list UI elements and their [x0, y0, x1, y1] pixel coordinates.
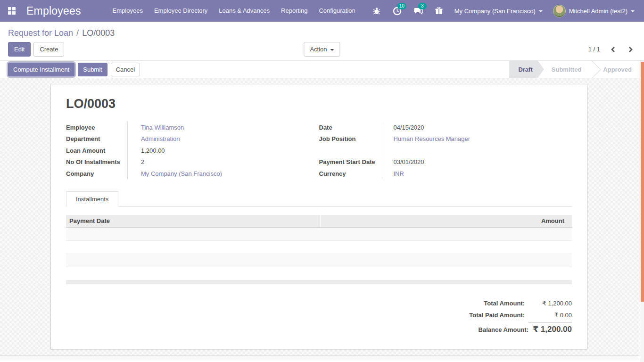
breadcrumb-separator: /	[75, 28, 80, 38]
main-menu: Employees Employee Directory Loans & Adv…	[108, 0, 360, 22]
field-loan-amount: Loan Amount 1,200.00	[66, 145, 319, 156]
installments-table: Payment Date Amount	[66, 215, 572, 284]
pager: 1 / 1	[588, 44, 636, 55]
menu-reporting[interactable]: Reporting	[277, 0, 312, 22]
menu-employee-directory[interactable]: Employee Directory	[150, 0, 212, 22]
status-steps: Draft Submitted Approved	[509, 61, 639, 78]
table-row[interactable]	[66, 254, 572, 267]
balance-row: Balance Amount: ₹ 1,200.00	[479, 321, 572, 336]
navbar-systray: 10 3 My Company (San Francisco)	[369, 0, 637, 22]
field-value: 2	[128, 158, 144, 165]
tab-installments[interactable]: Installments	[66, 191, 118, 207]
edit-button[interactable]: Edit	[8, 42, 31, 57]
field-label: Employee	[66, 122, 128, 133]
total-paid-value: ₹ 0.00	[525, 309, 572, 321]
chevron-down-icon	[330, 49, 334, 51]
bug-icon	[372, 7, 381, 15]
form-view-content: LO/0003 Employee Tina Williamson Departm…	[0, 78, 644, 355]
table-header: Payment Date Amount	[66, 215, 572, 228]
field-label: Company	[66, 168, 128, 180]
field-label: Date	[319, 122, 384, 133]
action-label: Action	[310, 46, 327, 53]
status-step-approved[interactable]: Approved	[595, 61, 639, 78]
total-amount-row: Total Amount: ₹ 1,200.00	[484, 297, 572, 309]
user-name: Mitchell Admin (test2)	[569, 8, 627, 15]
activity-count-badge: 10	[397, 3, 406, 9]
debug-bug-icon[interactable]	[369, 0, 385, 22]
pager-count: 1 / 1	[588, 46, 600, 53]
field-value-link[interactable]: Human Resources Manager	[384, 135, 471, 142]
total-paid-row: Total Paid Amount: ₹ 0.00	[469, 309, 572, 321]
page: Employees Employees Employee Directory L…	[0, 0, 644, 361]
form-statusbar: Compute Installment Submit Cancel Draft …	[0, 60, 644, 78]
control-panel-buttons: Edit Create Action 1 / 1	[0, 41, 644, 60]
field-value: 03/01/2020	[384, 158, 424, 165]
totals-block: Total Amount: ₹ 1,200.00 Total Paid Amou…	[66, 297, 572, 336]
table-row[interactable]	[66, 267, 572, 280]
cancel-button[interactable]: Cancel	[111, 63, 140, 76]
field-label: Job Position	[319, 133, 384, 145]
apps-menu-icon[interactable]	[5, 4, 19, 18]
status-step-draft[interactable]: Draft	[509, 61, 544, 78]
field-label: No Of Installments	[66, 156, 128, 168]
top-navbar: Employees Employees Employee Directory L…	[0, 0, 644, 22]
table-footer	[66, 280, 572, 284]
user-menu[interactable]: Mitchell Admin (test2)	[550, 0, 637, 22]
control-panel: Request for Loan / LO/0003 Edit Create A…	[0, 22, 644, 60]
column-payment-date[interactable]: Payment Date	[66, 215, 320, 227]
total-amount-value: ₹ 1,200.00	[525, 297, 572, 309]
table-row[interactable]	[66, 241, 572, 254]
field-label: Department	[66, 133, 128, 145]
total-amount-label: Total Amount:	[484, 297, 525, 309]
field-value-link[interactable]: Administration	[128, 135, 180, 142]
chevron-down-icon	[631, 10, 635, 12]
notebook-tabs: Installments	[66, 191, 572, 207]
breadcrumb-parent-link[interactable]: Request for Loan	[8, 28, 73, 38]
table-row[interactable]	[66, 228, 572, 241]
step-chevron-icon	[589, 61, 595, 78]
field-value-link[interactable]: My Company (San Francisco)	[128, 170, 222, 177]
field-date: Date 04/15/2020	[319, 122, 572, 133]
menu-employees[interactable]: Employees	[108, 0, 147, 22]
field-value: 04/15/2020	[384, 124, 424, 131]
field-group-left: Employee Tina Williamson Department Admi…	[66, 122, 319, 180]
pager-next-icon[interactable]	[626, 44, 636, 55]
field-label: Currency	[319, 168, 384, 180]
field-label: Loan Amount	[66, 145, 128, 156]
field-value-link[interactable]: Tina Williamson	[128, 124, 184, 131]
field-value-link[interactable]: INR	[384, 170, 404, 177]
submit-button[interactable]: Submit	[78, 63, 107, 76]
column-amount[interactable]: Amount	[320, 215, 572, 227]
menu-loans-advances[interactable]: Loans & Advances	[215, 0, 274, 22]
field-payment-start-date: Payment Start Date 03/01/2020	[319, 156, 572, 168]
messages-button[interactable]: 3	[410, 0, 426, 22]
scrollbar-track[interactable]	[640, 61, 644, 362]
form-sheet: LO/0003 Employee Tina Williamson Departm…	[50, 84, 587, 349]
balance-label: Balance Amount:	[479, 324, 528, 336]
field-employee: Employee Tina Williamson	[66, 122, 319, 133]
field-label	[319, 145, 384, 156]
create-button[interactable]: Create	[33, 42, 64, 57]
company-switcher[interactable]: My Company (San Francisco)	[452, 0, 545, 22]
activities-clock-button[interactable]: 10	[389, 0, 405, 22]
grid-icon	[8, 7, 16, 15]
gift-button[interactable]	[431, 0, 447, 22]
field-value: 1,200.00	[128, 147, 165, 154]
chevron-down-icon	[539, 10, 543, 12]
gift-icon	[435, 7, 443, 15]
field-group-right: Date 04/15/2020 Job Position Human Resou…	[319, 122, 572, 180]
menu-configuration[interactable]: Configuration	[314, 0, 359, 22]
balance-value: ₹ 1,200.00	[528, 322, 572, 335]
breadcrumb-current: LO/0003	[82, 28, 115, 38]
field-job-position: Job Position Human Resources Manager	[319, 133, 572, 145]
company-name: My Company (San Francisco)	[454, 8, 536, 15]
scrollbar-thumb[interactable]	[641, 62, 644, 302]
field-department: Department Administration	[66, 133, 319, 145]
pager-previous-icon[interactable]	[608, 44, 618, 55]
compute-installment-button[interactable]: Compute Installment	[8, 63, 74, 76]
message-count-badge: 3	[418, 3, 427, 9]
field-currency: Currency INR	[319, 168, 572, 180]
field-label: Payment Start Date	[319, 156, 384, 168]
action-dropdown-button[interactable]: Action	[304, 42, 340, 57]
breadcrumb: Request for Loan / LO/0003	[0, 22, 644, 41]
